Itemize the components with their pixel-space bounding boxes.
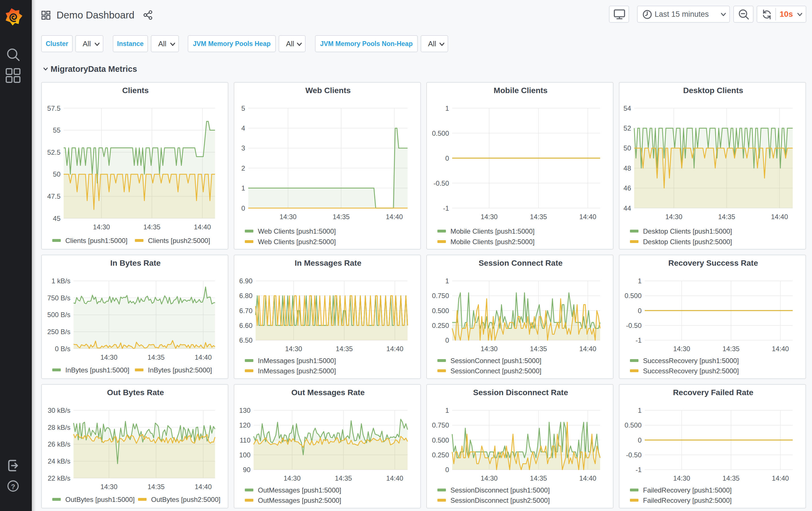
svg-text:FailedRecovery [push2:5000]: FailedRecovery [push2:5000]	[643, 497, 732, 504]
svg-text:22 kB/s: 22 kB/s	[48, 474, 70, 482]
svg-text:55: 55	[53, 126, 60, 134]
svg-text:Desktop Clients [push1:5000]: Desktop Clients [push1:5000]	[643, 228, 732, 235]
svg-text:14:30: 14:30	[280, 213, 296, 220]
svg-text:52.5: 52.5	[47, 148, 60, 156]
svg-text:14:35: 14:35	[332, 213, 350, 220]
svg-text:14:35: 14:35	[335, 474, 352, 482]
svg-text:InMessages [push2:5000]: InMessages [push2:5000]	[258, 367, 336, 375]
svg-text:14:35: 14:35	[147, 483, 165, 490]
svg-text:0.500: 0.500	[625, 292, 642, 300]
svg-text:Desktop Clients: Desktop Clients	[683, 86, 743, 95]
svg-text:14:40: 14:40	[579, 345, 597, 353]
svg-text:50: 50	[624, 144, 631, 152]
svg-text:0.500: 0.500	[432, 307, 449, 314]
svg-text:FailedRecovery [push1:5000]: FailedRecovery [push1:5000]	[643, 486, 732, 494]
svg-text:6.80: 6.80	[239, 292, 253, 300]
svg-text:0: 0	[445, 466, 449, 474]
svg-text:1: 1	[445, 407, 449, 414]
svg-text:OutBytes [push1:5000]: OutBytes [push1:5000]	[65, 496, 135, 503]
svg-text:Mobile Clients [push2:5000]: Mobile Clients [push2:5000]	[451, 238, 534, 246]
svg-text:0: 0	[241, 204, 245, 212]
svg-text:InBytes [push1:5000]: InBytes [push1:5000]	[65, 366, 129, 374]
svg-text:Recovery Failed Rate: Recovery Failed Rate	[673, 388, 753, 397]
svg-text:14:40: 14:40	[386, 345, 403, 353]
svg-text:6.50: 6.50	[239, 336, 253, 344]
svg-text:14:40: 14:40	[771, 213, 788, 220]
svg-text:Web Clients: Web Clients	[305, 86, 351, 95]
svg-text:14:30: 14:30	[284, 474, 300, 482]
svg-text:120: 120	[239, 421, 251, 429]
svg-text:SessionConnect [push2:5000]: SessionConnect [push2:5000]	[451, 367, 541, 375]
svg-text:-1: -1	[443, 204, 449, 212]
svg-text:1 kB/s: 1 kB/s	[51, 277, 70, 285]
svg-text:57.5: 57.5	[47, 104, 60, 112]
svg-text:14:35: 14:35	[336, 345, 353, 353]
svg-text:500 B/s: 500 B/s	[48, 311, 70, 319]
svg-text:1: 1	[638, 277, 642, 285]
svg-text:0.250: 0.250	[432, 322, 449, 329]
svg-text:50: 50	[53, 170, 60, 178]
svg-text:1: 1	[241, 184, 245, 192]
svg-text:0.750: 0.750	[432, 421, 449, 429]
svg-text:2: 2	[241, 164, 245, 172]
svg-text:44: 44	[624, 204, 631, 212]
svg-text:45: 45	[53, 215, 60, 222]
svg-text:14:30: 14:30	[673, 474, 690, 482]
svg-text:14:40: 14:40	[386, 474, 403, 482]
svg-text:?: ?	[11, 483, 15, 490]
svg-text:6.90: 6.90	[239, 277, 253, 285]
svg-text:Web Clients [push1:5000]: Web Clients [push1:5000]	[258, 228, 336, 235]
svg-text:14:35: 14:35	[723, 474, 740, 482]
svg-text:14:35: 14:35	[147, 354, 165, 361]
svg-text:14:35: 14:35	[530, 345, 547, 353]
svg-text:47.5: 47.5	[47, 192, 60, 200]
svg-text:0.500: 0.500	[432, 436, 449, 444]
svg-text:Clients [push1:5000]: Clients [push1:5000]	[65, 237, 127, 244]
svg-text:14:35: 14:35	[718, 213, 735, 220]
svg-text:14:35: 14:35	[530, 213, 547, 220]
svg-text:28 kB/s: 28 kB/s	[48, 424, 70, 431]
svg-text:-0.50: -0.50	[433, 179, 449, 187]
svg-text:-0.50: -0.50	[626, 451, 642, 459]
svg-text:0.750: 0.750	[432, 292, 449, 300]
svg-text:110: 110	[240, 436, 251, 444]
svg-text:Out Messages Rate: Out Messages Rate	[291, 388, 365, 397]
svg-text:Recovery Success Rate: Recovery Success Rate	[668, 259, 758, 267]
svg-text:Mobile Clients: Mobile Clients	[494, 86, 548, 95]
svg-text:-0.50: -0.50	[626, 322, 642, 329]
svg-text:Out Bytes Rate: Out Bytes Rate	[107, 388, 164, 397]
svg-text:SessionConnect [push1:5000]: SessionConnect [push1:5000]	[451, 357, 541, 364]
svg-text:54: 54	[624, 104, 631, 112]
svg-text:48: 48	[624, 164, 631, 172]
svg-text:14:30: 14:30	[100, 354, 117, 361]
svg-text:14:35: 14:35	[143, 223, 161, 231]
svg-text:Clients [push2:5000]: Clients [push2:5000]	[148, 237, 210, 244]
svg-text:26 kB/s: 26 kB/s	[48, 440, 70, 448]
svg-text:14:30: 14:30	[100, 483, 117, 490]
svg-text:46: 46	[624, 184, 631, 192]
svg-text:SuccessRecovery [push2:5000]: SuccessRecovery [push2:5000]	[643, 367, 739, 375]
svg-text:SessionDisconnect [push1:5000]: SessionDisconnect [push1:5000]	[451, 486, 550, 494]
svg-text:OutMessages [push2:5000]: OutMessages [push2:5000]	[258, 497, 341, 504]
svg-text:52: 52	[624, 124, 631, 132]
svg-text:0: 0	[445, 336, 449, 344]
svg-text:130: 130	[239, 407, 251, 414]
svg-text:14:40: 14:40	[772, 474, 789, 482]
svg-text:-1: -1	[636, 466, 642, 474]
svg-text:14:35: 14:35	[723, 345, 740, 353]
svg-text:Web Clients [push2:5000]: Web Clients [push2:5000]	[258, 238, 336, 246]
svg-text:14:30: 14:30	[481, 213, 498, 220]
svg-text:14:30: 14:30	[93, 223, 110, 231]
svg-text:In Bytes Rate: In Bytes Rate	[110, 259, 161, 267]
svg-text:Session Disconnect Rate: Session Disconnect Rate	[473, 388, 568, 397]
svg-text:In Messages Rate: In Messages Rate	[295, 259, 361, 267]
svg-text:14:35: 14:35	[530, 474, 547, 482]
svg-text:Clients: Clients	[122, 86, 148, 95]
svg-text:14:40: 14:40	[772, 345, 789, 353]
svg-text:14:30: 14:30	[665, 213, 682, 220]
svg-text:InMessages [push1:5000]: InMessages [push1:5000]	[258, 357, 336, 364]
svg-text:100: 100	[239, 451, 251, 459]
svg-text:24 kB/s: 24 kB/s	[48, 457, 70, 465]
svg-text:1: 1	[445, 104, 449, 112]
svg-text:Desktop Clients [push2:5000]: Desktop Clients [push2:5000]	[643, 238, 732, 246]
